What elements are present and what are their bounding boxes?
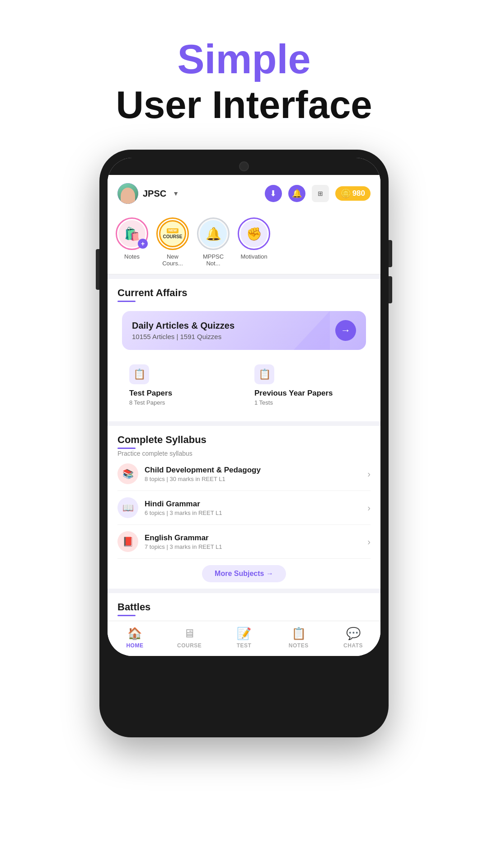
battles-underline <box>117 615 136 616</box>
bell-button[interactable]: 🔔 <box>288 185 305 202</box>
story-motivation-label: Motivation <box>240 253 267 260</box>
english-subtitle: 7 topics | 3 marks in REET L1 <box>145 543 222 550</box>
cdp-title: Child Development & Pedagogy <box>145 466 261 475</box>
nav-chats-label: CHATS <box>343 642 363 649</box>
nav-notes[interactable]: 📋 NOTES <box>271 627 326 649</box>
current-affairs-title: Current Affairs <box>117 287 371 299</box>
power-button <box>389 240 392 267</box>
divider-2 <box>108 421 380 426</box>
top-bar-actions: ⬇ 🔔 ⊞ 🪙 980 <box>265 185 371 202</box>
card-title: Daily Articles & Quizzes <box>132 321 235 331</box>
divider-1 <box>108 274 380 279</box>
power-button-2 <box>389 276 392 303</box>
nav-course-label: COURSE <box>177 642 202 649</box>
hindi-title: Hindi Grammar <box>145 500 222 509</box>
story-new-course[interactable]: NEW COURSE New Cours... <box>156 217 189 267</box>
dropdown-arrow[interactable]: ▼ <box>173 190 179 197</box>
syllabus-item-cdp[interactable]: 📚 Child Development & Pedagogy 8 topics … <box>117 457 371 491</box>
story-plus-icon: + <box>138 239 148 249</box>
divider-3 <box>108 589 380 593</box>
syllabus-subtitle: Practice complete syllabus <box>117 450 371 457</box>
hindi-text: Hindi Grammar 6 topics | 3 marks in REET… <box>145 500 222 516</box>
english-icon: 📕 <box>117 531 138 552</box>
more-subjects-container: More Subjects → <box>117 565 371 582</box>
current-affairs-header: Current Affairs <box>108 279 380 307</box>
story-course-circle: NEW COURSE <box>156 217 189 250</box>
test-cards-row: 📋 Test Papers 8 Test Papers 📋 Previous Y… <box>122 356 366 414</box>
syllabus-item-english[interactable]: 📕 English Grammar 7 topics | 3 marks in … <box>117 525 371 559</box>
chats-icon: 💬 <box>346 627 361 641</box>
screen-content: JPSC ▼ ⬇ 🔔 ⊞ 🪙 980 🛍️ <box>108 175 380 656</box>
cdp-text: Child Development & Pedagogy 8 topics | … <box>145 466 261 482</box>
page-header: Simple User Interface <box>116 36 372 127</box>
syllabus-underline <box>117 448 136 449</box>
card-decoration <box>294 311 330 350</box>
heading-accent: Simple <box>116 36 372 83</box>
qr-button[interactable]: ⊞ <box>312 185 329 202</box>
coins-value: 980 <box>352 189 365 198</box>
story-notes-label: Notes <box>124 253 140 260</box>
cdp-subtitle: 8 topics | 30 marks in REET L1 <box>145 476 261 482</box>
username: JPSC <box>143 189 166 199</box>
test-papers-icon: 📋 <box>129 364 149 384</box>
test-icon: 📝 <box>237 627 251 641</box>
user-info[interactable]: JPSC ▼ <box>117 183 179 204</box>
story-course-label: New Cours... <box>156 253 189 267</box>
heading-main: User Interface <box>116 83 372 127</box>
hindi-subtitle: 6 topics | 3 marks in REET L1 <box>145 509 222 516</box>
current-affairs-section: Daily Articles & Quizzes 10155 Articles … <box>108 307 380 421</box>
phone-frame: JPSC ▼ ⬇ 🔔 ⊞ 🪙 980 🛍️ <box>99 150 389 737</box>
cdp-chevron: › <box>367 469 371 479</box>
story-mppsc-circle: 🔔 <box>197 217 230 250</box>
test-papers-count: 8 Test Papers <box>129 399 234 406</box>
english-text: English Grammar 7 topics | 3 marks in RE… <box>145 533 222 550</box>
home-icon: 🏠 <box>127 627 142 641</box>
download-button[interactable]: ⬇ <box>265 185 282 202</box>
top-bar: JPSC ▼ ⬇ 🔔 ⊞ 🪙 980 <box>108 175 380 211</box>
course-icon: 🖥 <box>183 627 195 641</box>
nav-course[interactable]: 🖥 COURSE <box>162 627 217 649</box>
coins-badge: 🪙 980 <box>335 186 371 201</box>
story-mppsc[interactable]: 🔔 MPPSC Not... <box>197 217 230 267</box>
prev-year-title: Previous Year Papers <box>254 389 359 398</box>
prev-year-card[interactable]: 📋 Previous Year Papers 1 Tests <box>247 356 366 414</box>
english-title: English Grammar <box>145 533 222 542</box>
english-chevron: › <box>367 537 371 547</box>
nav-test[interactable]: 📝 TEST <box>217 627 272 649</box>
story-motivation-circle: ✊ <box>238 217 270 250</box>
current-affairs-card[interactable]: Daily Articles & Quizzes 10155 Articles … <box>122 311 366 350</box>
arrow-button[interactable]: → <box>335 320 356 341</box>
camera <box>239 161 249 171</box>
battles-title: Battles <box>117 601 371 613</box>
cdp-icon: 📚 <box>117 463 138 484</box>
motivation-icon: ✊ <box>240 220 267 247</box>
story-notes[interactable]: 🛍️ + Notes <box>116 217 148 267</box>
nav-home[interactable]: 🏠 HOME <box>108 627 162 649</box>
test-papers-card[interactable]: 📋 Test Papers 8 Test Papers <box>122 356 241 414</box>
prev-year-icon: 📋 <box>254 364 274 384</box>
avatar <box>117 183 138 204</box>
bottom-nav: 🏠 HOME 🖥 COURSE 📝 TEST 📋 NOTES 💬 <box>108 621 380 656</box>
hindi-icon: 📖 <box>117 497 138 518</box>
stories-section: 🛍️ + Notes NEW COURSE <box>108 211 380 274</box>
mppsc-icon: 🔔 <box>200 220 227 247</box>
nav-test-label: TEST <box>237 642 252 649</box>
current-affairs-text: Daily Articles & Quizzes 10155 Articles … <box>132 321 235 340</box>
nav-home-label: HOME <box>126 642 143 649</box>
card-subtitle: 10155 Articles | 1591 Quizzes <box>132 333 235 340</box>
volume-button <box>96 249 99 290</box>
nav-chats[interactable]: 💬 CHATS <box>326 627 380 649</box>
story-mppsc-label: MPPSC Not... <box>197 253 230 267</box>
story-notes-circle: 🛍️ + <box>116 217 148 250</box>
section-underline <box>117 301 136 302</box>
story-motivation[interactable]: ✊ Motivation <box>238 217 270 267</box>
more-subjects-button[interactable]: More Subjects → <box>202 565 286 582</box>
syllabus-item-hindi[interactable]: 📖 Hindi Grammar 6 topics | 3 marks in RE… <box>117 491 371 525</box>
battles-section: Battles <box>108 593 380 621</box>
new-course-icon: NEW COURSE <box>159 220 186 247</box>
phone-notch <box>108 158 380 175</box>
nav-notes-label: NOTES <box>289 642 309 649</box>
syllabus-title: Complete Syllabus <box>117 434 371 446</box>
syllabus-section: Complete Syllabus Practice complete syll… <box>108 426 380 589</box>
hindi-chevron: › <box>367 503 371 513</box>
